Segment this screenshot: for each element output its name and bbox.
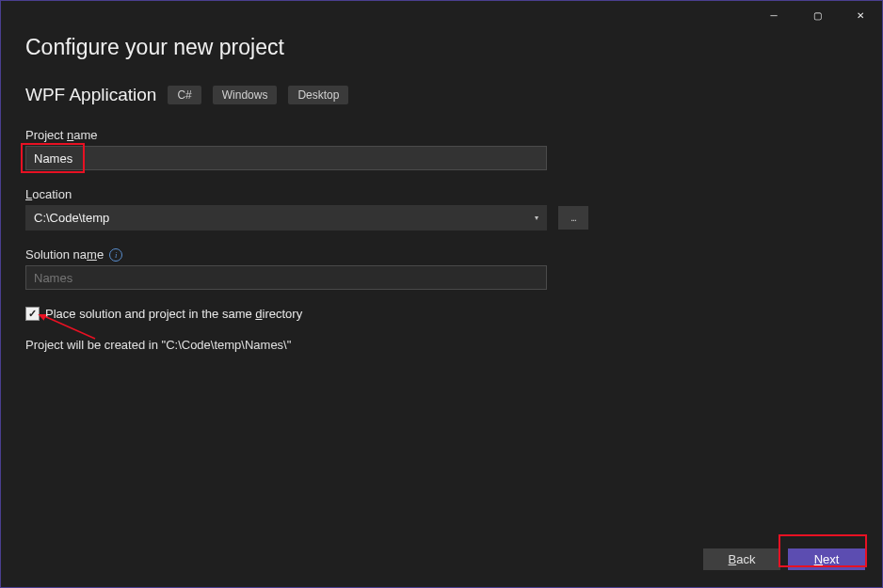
- location-group: Location C:\Code\temp ▾ ...: [25, 187, 858, 230]
- back-button[interactable]: Back: [703, 548, 780, 570]
- close-button[interactable]: ✕: [839, 1, 882, 29]
- label-part: ext: [823, 552, 839, 566]
- solution-name-label: Solution name i: [25, 247, 858, 262]
- footer: Back Next: [703, 548, 865, 570]
- label-accel: B: [729, 552, 737, 566]
- maximize-button[interactable]: ▢: [795, 1, 839, 29]
- browse-button[interactable]: ...: [558, 206, 588, 230]
- label-part: irectory: [263, 307, 303, 321]
- label-accel: d: [255, 307, 262, 321]
- label-accel: N: [814, 552, 823, 566]
- solution-name-group: Solution name i: [25, 247, 858, 290]
- location-label: Location: [25, 187, 858, 201]
- label-part: ack: [736, 552, 755, 566]
- label-part: Solution na: [25, 247, 87, 262]
- solution-name-input: [25, 265, 547, 290]
- project-name-label: Project name: [25, 128, 858, 142]
- same-directory-row[interactable]: ✓ Place solution and project in the same…: [25, 307, 858, 321]
- project-name-group: Project name: [25, 128, 858, 170]
- same-directory-checkbox[interactable]: ✓: [25, 307, 40, 321]
- next-button[interactable]: Next: [788, 548, 865, 570]
- titlebar: ─ ▢ ✕: [1, 1, 882, 29]
- template-name: WPF Application: [25, 85, 156, 105]
- label-accel: m: [87, 247, 97, 262]
- label-part: Project: [25, 128, 67, 142]
- tag-desktop: Desktop: [288, 86, 348, 104]
- template-row: WPF Application C# Windows Desktop: [25, 85, 858, 105]
- label-part: ocation: [32, 187, 72, 201]
- label-part: e: [97, 247, 104, 262]
- minimize-button[interactable]: ─: [752, 1, 795, 29]
- location-value: C:\Code\temp: [34, 211, 109, 225]
- chevron-down-icon: ▾: [535, 214, 538, 222]
- label-part: Place solution and project in the same: [45, 307, 255, 321]
- page-title: Configure your new project: [25, 35, 858, 60]
- label-part: ame: [73, 128, 97, 142]
- tag-windows: Windows: [213, 86, 278, 104]
- same-directory-label: Place solution and project in the same d…: [45, 307, 302, 321]
- project-name-input[interactable]: [25, 146, 547, 170]
- tag-csharp: C#: [168, 86, 201, 104]
- project-path-summary: Project will be created in "C:\Code\temp…: [25, 338, 858, 352]
- location-dropdown[interactable]: C:\Code\temp ▾: [25, 205, 547, 230]
- info-icon[interactable]: i: [109, 248, 122, 262]
